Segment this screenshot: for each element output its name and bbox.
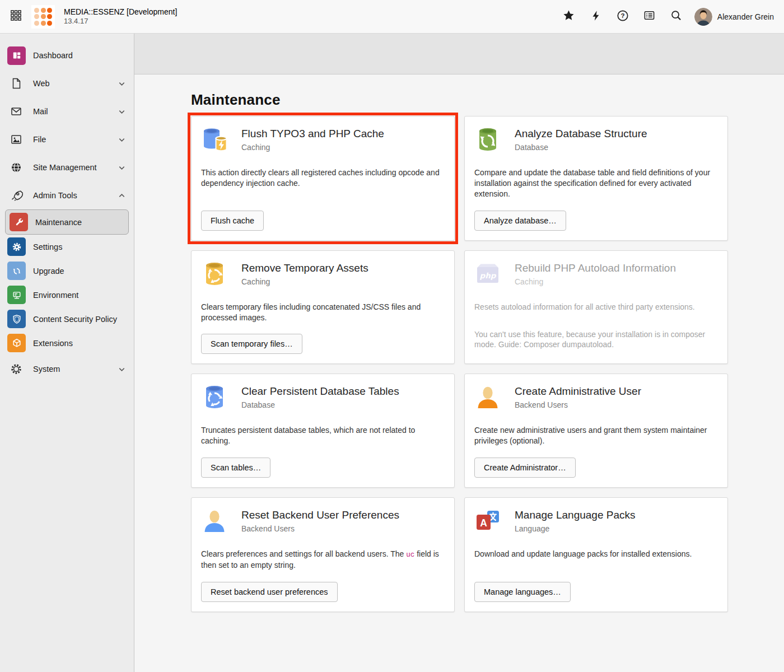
avatar — [694, 8, 712, 26]
php-autoload-icon: php — [474, 260, 501, 287]
chevron-down-icon[interactable] — [116, 365, 126, 374]
sidebar-item-system[interactable]: System — [0, 355, 134, 383]
sidebar-item-label: Content Security Policy — [33, 315, 126, 324]
card-clear-persistent-database-tables: Clear Persistent Database Tables Databas… — [191, 374, 455, 488]
card-reset-backend-user-preferences: Reset Backend User Preferences Backend U… — [191, 497, 455, 612]
card-note: You can't use this feature, because your… — [474, 329, 718, 351]
flush-cache-icon — [201, 126, 228, 153]
card-category: Database — [515, 143, 647, 152]
card-category: Language — [515, 524, 636, 533]
module-menu-toggle-button[interactable] — [8, 9, 24, 25]
clear-tables-icon — [201, 384, 228, 410]
create-administrator-button[interactable]: Create Administrator… — [474, 458, 576, 478]
site-version: 13.4.17 — [64, 17, 177, 26]
flush-cache-button[interactable]: Flush cache — [201, 211, 264, 231]
sidebar-item-content-security-policy[interactable]: Content Security Policy — [0, 307, 134, 331]
globe-icon — [9, 161, 24, 174]
sidebar-item-admin-tools[interactable]: Admin Tools — [0, 181, 134, 209]
search-icon — [670, 10, 682, 24]
docheader — [134, 34, 784, 74]
server-icon — [7, 286, 26, 304]
chevron-down-icon[interactable] — [116, 80, 126, 88]
card-description: Clears temporary files including concate… — [201, 302, 445, 323]
sidebar-item-label: Maintenance — [35, 218, 125, 227]
logo-dot — [41, 8, 46, 13]
logo-dot — [34, 8, 39, 13]
card-description: Resets autoload information for all acti… — [474, 302, 718, 312]
sidebar-item-dashboard[interactable]: Dashboard — [0, 41, 134, 69]
help-button[interactable]: ? — [612, 6, 634, 28]
chevron-down-icon[interactable] — [116, 136, 126, 144]
logo-dot — [34, 21, 39, 26]
card-category: Database — [241, 400, 399, 409]
card-category: Caching — [241, 277, 368, 286]
logo-dot — [41, 21, 46, 26]
sidebar-item-web[interactable]: Web — [0, 69, 134, 97]
user-menu[interactable]: Alexander Grein — [694, 8, 774, 26]
sidebar-item-mail[interactable]: Mail — [0, 97, 134, 125]
chevron-down-icon[interactable] — [116, 164, 126, 172]
gear-outline-icon — [9, 362, 24, 376]
card-title: Clear Persistent Database Tables — [241, 384, 399, 398]
sidebar-item-upgrade[interactable]: Upgrade — [0, 259, 134, 283]
maintenance-cards-grid: Flush TYPO3 and PHP Cache Caching This a… — [191, 116, 784, 612]
wrench-icon — [10, 213, 28, 231]
sidebar-item-label: Upgrade — [33, 267, 126, 276]
scan-temporary-files-button[interactable]: Scan temporary files… — [201, 334, 302, 354]
create-admin-icon — [474, 384, 501, 410]
sidebar-item-maintenance[interactable]: Maintenance — [5, 209, 129, 235]
analyze-database-button[interactable]: Analyze database… — [474, 211, 566, 231]
star-button[interactable] — [558, 6, 580, 28]
envelope-icon — [9, 105, 24, 118]
sidebar-item-label: File — [33, 135, 116, 144]
site-title-block: MEDIA::ESSENZ [Development] 13.4.17 — [64, 7, 177, 26]
card-title: Create Administrative User — [515, 384, 641, 398]
card-flush-typo3-and-php-cache: Flush TYPO3 and PHP Cache Caching This a… — [191, 116, 455, 241]
sidebar-item-environment[interactable]: Environment — [0, 283, 134, 307]
card-remove-temporary-assets: Remove Temporary Assets Caching Clears t… — [191, 250, 455, 365]
bolt-button[interactable] — [585, 6, 607, 28]
card-description: Create new administrative users and gran… — [474, 425, 718, 446]
dashboard-icon — [7, 46, 26, 65]
log-button[interactable] — [638, 6, 661, 28]
sidebar-item-site-management[interactable]: Site Management — [0, 153, 134, 181]
card-description: This action directly clears all register… — [201, 167, 445, 189]
page-title: Maintenance — [191, 91, 784, 109]
analyze-database-icon — [474, 126, 501, 153]
reset-backend-user-preferences-button[interactable]: Reset backend user preferences — [201, 582, 338, 602]
logo-dot — [34, 14, 39, 19]
search-button[interactable] — [665, 6, 688, 28]
sidebar-item-label: Mail — [33, 107, 116, 116]
logo-dot — [41, 14, 46, 19]
sidebar-item-label: Environment — [33, 291, 126, 300]
sidebar-item-label: Site Management — [33, 163, 116, 172]
card-description: Compare and update the database table an… — [474, 167, 718, 199]
site-title: MEDIA::ESSENZ [Development] — [64, 7, 177, 17]
sidebar-item-settings[interactable]: Settings — [0, 235, 134, 259]
card-create-administrative-user: Create Administrative User Backend Users… — [464, 374, 728, 488]
scan-tables-button[interactable]: Scan tables… — [201, 458, 270, 478]
card-category: Caching — [241, 143, 384, 152]
card-title: Flush TYPO3 and PHP Cache — [241, 126, 384, 140]
card-manage-language-packs: A Manage Language Packs Language Downloa… — [464, 497, 728, 612]
card-title: Reset Backend User Preferences — [241, 507, 399, 521]
chevron-down-icon[interactable] — [116, 108, 126, 116]
card-description: Download and update language packs for i… — [474, 549, 718, 559]
sidebar-item-label: Dashboard — [33, 51, 126, 60]
star-icon — [563, 10, 575, 24]
manage-languages-button[interactable]: Manage languages… — [474, 582, 571, 602]
page-icon — [9, 77, 24, 90]
sidebar-item-file[interactable]: File — [0, 125, 134, 153]
chevron-up-icon[interactable] — [116, 192, 126, 200]
help-icon: ? — [617, 10, 629, 24]
sidebar-item-label: System — [33, 365, 116, 374]
logo-dot — [47, 14, 52, 19]
typo3-dots-logo[interactable] — [31, 5, 55, 29]
card-title: Remove Temporary Assets — [241, 260, 368, 274]
card-category: Backend Users — [241, 524, 399, 533]
sidebar-item-extensions[interactable]: Extensions — [0, 331, 134, 355]
card-title: Rebuild PHP Autoload Information — [515, 260, 676, 274]
remove-assets-icon — [201, 260, 228, 287]
svg-text:A: A — [480, 517, 487, 529]
sidebar-item-label: Admin Tools — [33, 191, 116, 200]
